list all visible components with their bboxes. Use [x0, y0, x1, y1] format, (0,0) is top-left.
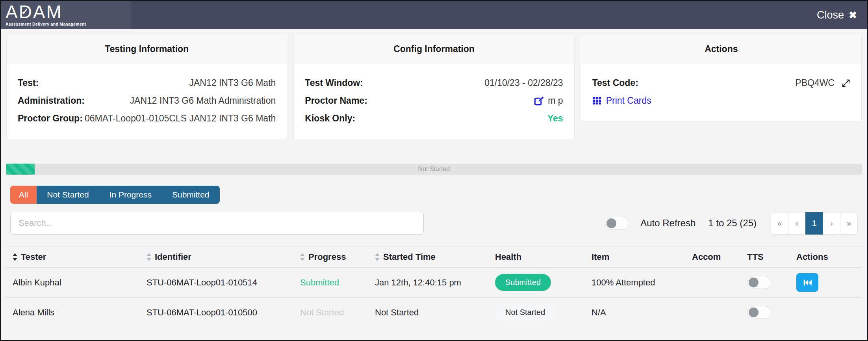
- test-row: Test: JAN12 INT3 G6 Math: [18, 78, 276, 88]
- logo-letter-a: A: [6, 2, 19, 22]
- kiosk-only-row: Kiosk Only: Yes: [305, 113, 563, 124]
- auto-refresh-label: Auto Refresh: [640, 218, 696, 229]
- search-input[interactable]: [10, 212, 424, 235]
- pagination-last-button[interactable]: »: [840, 212, 858, 235]
- column-header-item: Item: [585, 252, 686, 262]
- column-header-tester[interactable]: Tester: [6, 252, 140, 262]
- health-badge: Submitted: [495, 274, 551, 291]
- status-progress-bar: Not Started: [6, 164, 862, 175]
- started-time: Not Started: [369, 307, 489, 318]
- pagination: « ‹ 1 › »: [771, 212, 858, 235]
- proctor-group-row: Proctor Group: 06MAT-Loop01-0105CLS JAN1…: [18, 113, 276, 124]
- progress-status: Not Started: [294, 307, 369, 318]
- table-toolbar: Auto Refresh 1 to 25 (25) « ‹ 1 › »: [10, 212, 858, 235]
- testing-information-card: Testing Information Test: JAN12 INT3 G6 …: [6, 35, 287, 139]
- adam-logo-title: AD✓AM: [6, 3, 126, 21]
- test-label: Test:: [18, 78, 39, 88]
- tab-submitted[interactable]: Submitted: [162, 186, 220, 204]
- started-time: Jan 12th, 12:40:15 pm: [369, 278, 489, 288]
- adam-logo: AD✓AM Assessment Delivery and Management: [1, 1, 131, 29]
- tab-all[interactable]: All: [10, 186, 37, 204]
- info-cards-row: Testing Information Test: JAN12 INT3 G6 …: [6, 35, 862, 139]
- grid-icon: [592, 96, 601, 105]
- status-filter-tabs: All Not Started In Progress Submitted: [10, 186, 220, 204]
- print-cards-link[interactable]: Print Cards: [592, 95, 651, 106]
- tester-identifier: STU-06MAT-Loop01-010514: [140, 278, 294, 288]
- config-information-card: Config Information Test Window: 01/10/23…: [293, 35, 574, 139]
- column-header-identifier[interactable]: Identifier: [140, 252, 294, 262]
- logo-letter-d: D✓: [19, 3, 33, 21]
- test-window-row: Test Window: 01/10/23 - 02/28/23: [305, 78, 563, 88]
- tester-name: Albin Kuphal: [6, 278, 140, 288]
- edit-icon[interactable]: [534, 96, 544, 106]
- actions-title: Actions: [581, 35, 861, 63]
- table-row: Alena Mills STU-06MAT-Loop01-010500 Not …: [6, 297, 862, 327]
- tts-toggle[interactable]: [747, 306, 772, 319]
- health-badge: Not Started: [495, 304, 555, 321]
- logo-letters-am: AM: [33, 2, 63, 22]
- proctor-group-value: 06MAT-Loop01-0105CLS JAN12 INT3 G6 Math: [85, 113, 276, 124]
- print-cards-label: Print Cards: [606, 95, 651, 106]
- administration-row: Administration: JAN12 INT3 G6 Math Admin…: [18, 95, 276, 106]
- column-header-actions: Actions: [790, 252, 862, 262]
- kiosk-only-value: Yes: [547, 113, 563, 124]
- testers-table: Tester Identifier Progress Started Time …: [6, 246, 862, 327]
- test-window-value: 01/10/23 - 02/28/23: [484, 78, 563, 88]
- close-label: Close: [817, 9, 844, 21]
- table-row: Albin Kuphal STU-06MAT-Loop01-010514 Sub…: [6, 267, 862, 297]
- adam-logo-subtitle: Assessment Delivery and Management: [6, 22, 126, 26]
- test-value: JAN12 INT3 G6 Math: [189, 78, 276, 88]
- progress-status: Submitted: [294, 278, 369, 288]
- kiosk-only-label: Kiosk Only:: [305, 113, 355, 124]
- tab-in-progress[interactable]: In Progress: [99, 186, 162, 204]
- pagination-page-1-button[interactable]: 1: [805, 212, 823, 235]
- sort-icon-tester[interactable]: [13, 253, 17, 261]
- tester-name: Alena Mills: [6, 307, 140, 318]
- sort-icon-progress[interactable]: [300, 253, 305, 261]
- pagination-next-button[interactable]: ›: [823, 212, 840, 235]
- progress-bar-label: Not Started: [6, 164, 862, 175]
- test-code-label: Test Code:: [592, 78, 638, 88]
- tester-identifier: STU-06MAT-Loop01-010500: [140, 307, 294, 318]
- column-header-progress[interactable]: Progress: [294, 252, 369, 262]
- proctor-name-value: m p: [548, 95, 563, 106]
- print-cards-row: Print Cards: [592, 95, 850, 106]
- actions-card: Actions Test Code: PBQ4WC Print Cards: [581, 35, 862, 121]
- column-header-accom: Accom: [686, 252, 741, 262]
- auto-refresh-toggle[interactable]: [605, 217, 629, 230]
- tts-toggle[interactable]: [747, 276, 772, 289]
- app-header: AD✓AM Assessment Delivery and Management…: [1, 1, 867, 29]
- administration-label: Administration:: [18, 95, 85, 106]
- item-progress: 100% Attempted: [585, 278, 686, 288]
- testing-information-title: Testing Information: [7, 35, 287, 63]
- test-code-row: Test Code: PBQ4WC: [592, 78, 850, 88]
- logo-check-icon: ✓: [21, 3, 30, 21]
- skip-backward-icon: [802, 278, 812, 288]
- close-button[interactable]: Close ✖: [817, 9, 857, 21]
- config-information-title: Config Information: [294, 35, 574, 63]
- tab-not-started[interactable]: Not Started: [37, 186, 99, 204]
- column-header-health: Health: [489, 252, 585, 262]
- pagination-range-label: 1 to 25 (25): [708, 218, 757, 229]
- item-progress: N/A: [585, 307, 686, 318]
- table-header-row: Tester Identifier Progress Started Time …: [6, 247, 862, 267]
- proctor-name-row: Proctor Name: m p: [305, 95, 563, 106]
- column-header-tts: TTS: [741, 252, 790, 262]
- administration-value: JAN12 INT3 G6 Math Administration: [130, 95, 276, 106]
- sort-icon-started-time[interactable]: [375, 253, 380, 261]
- expand-arrows-icon[interactable]: [842, 79, 850, 88]
- test-window-label: Test Window:: [305, 78, 363, 88]
- column-header-started-time[interactable]: Started Time: [369, 252, 489, 262]
- close-x-icon: ✖: [849, 9, 857, 21]
- test-code-value: PBQ4WC: [795, 78, 835, 88]
- sort-icon-identifier[interactable]: [147, 253, 151, 261]
- rewind-action-button[interactable]: [796, 273, 818, 292]
- pagination-first-button[interactable]: «: [771, 212, 788, 235]
- proctor-name-label: Proctor Name:: [305, 95, 367, 106]
- pagination-prev-button[interactable]: ‹: [788, 212, 806, 235]
- proctor-group-label: Proctor Group:: [18, 113, 83, 124]
